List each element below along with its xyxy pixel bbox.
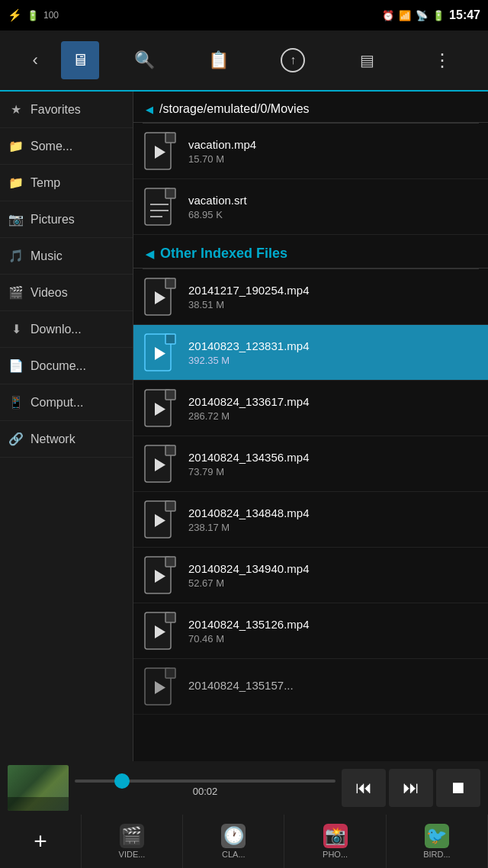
file-size-vacation-srt: 68.95 K	[188, 209, 479, 220]
video-app-icon: 🎬	[120, 824, 144, 848]
sidebar-item-temp[interactable]: 📁 Temp	[0, 165, 133, 201]
file-info-vacation-mp4: vacation.mp4 15.70 M	[188, 138, 479, 165]
time-display: 15:47	[449, 8, 480, 22]
file-item-0[interactable]: 20141217_190254.mp4 38.51 M	[133, 269, 488, 325]
thumbnail-image	[8, 765, 69, 811]
file-item-6[interactable]: 20140824_135126.mp4 70.46 M	[133, 603, 488, 659]
svg-rect-30	[165, 668, 175, 678]
sidebar-item-music[interactable]: 🎵 Music	[0, 238, 133, 275]
file-item-vacation-mp4[interactable]: vacation.mp4 15.70 M	[133, 124, 488, 179]
file-name-vacation-mp4: vacation.mp4	[188, 138, 479, 151]
clock-app-label: CLA...	[222, 850, 246, 859]
file-name-2: 20140824_133617.mp4	[188, 395, 479, 408]
document-icon: 📄	[8, 358, 24, 373]
progress-track[interactable]	[75, 780, 336, 783]
next-icon: ⏭	[403, 778, 419, 798]
search-icon: 🔍	[134, 50, 155, 70]
prev-button[interactable]: ⏮	[342, 769, 386, 807]
file-item-4[interactable]: 20140824_134848.mp4 238.17 M	[133, 492, 488, 548]
clipboard-icon: 📋	[208, 50, 229, 70]
computer-icon: 🖥	[72, 50, 88, 70]
indexed-files-header: ◀ Other Indexed Files	[133, 235, 488, 268]
upload-icon: ↑	[281, 48, 305, 72]
doc-file-icon	[143, 187, 178, 227]
search-button[interactable]: 🔍	[107, 31, 181, 90]
app-bar-bird[interactable]: 🐦 BIRD...	[387, 815, 488, 868]
sidebar-item-network[interactable]: 🔗 Network	[0, 421, 133, 458]
progress-dot[interactable]	[114, 773, 130, 789]
stop-button[interactable]: ⏹	[436, 769, 480, 807]
status-bar: ⚡ 🔋 100 ⏰ 📶 📡 🔋 15:47	[0, 0, 488, 31]
indexed-section-label: Other Indexed Files	[160, 246, 287, 262]
video-file-icon-1	[143, 333, 178, 372]
battery-icon: 🔋	[27, 10, 39, 21]
file-info-4: 20140824_134848.mp4 238.17 M	[188, 506, 479, 533]
sidebar-item-favorites[interactable]: ★ Favorites	[0, 92, 133, 128]
app-bar: + 🎬 VIDE... 🕐 CLA... 📸 PHO... 🐦 BIRD...	[0, 815, 488, 868]
device-icon: 🖥	[61, 41, 99, 79]
list-view-button[interactable]: ▤	[330, 31, 405, 90]
next-button[interactable]: ⏭	[389, 769, 433, 807]
more-icon: ⋮	[433, 50, 451, 71]
sidebar-label-computer: Comput...	[30, 396, 83, 410]
file-size-vacation-mp4: 15.70 M	[188, 153, 479, 165]
video-file-icon-3	[143, 444, 178, 484]
svg-rect-15	[165, 390, 175, 400]
video-file-icon-7	[143, 667, 178, 706]
camera-app-icon: 📸	[323, 824, 348, 848]
file-item-1[interactable]: 20140823_123831.mp4 392.35 M	[133, 325, 488, 381]
network-icon: 🔗	[8, 432, 24, 446]
indexed-triangle: ◀	[146, 248, 154, 260]
sidebar-label-downloads: Downlo...	[30, 323, 82, 336]
file-name-4: 20140824_134848.mp4	[188, 506, 479, 519]
file-item-7[interactable]: 20140824_135157...	[133, 659, 488, 715]
battery-icon-right: 🔋	[432, 10, 445, 21]
sidebar-item-computer[interactable]: 📱 Comput...	[0, 384, 133, 421]
prev-icon: ⏮	[355, 778, 372, 798]
file-size-4: 238.17 M	[188, 522, 479, 533]
file-name-7: 20140824_135157...	[188, 679, 479, 692]
file-info-5: 20140824_134940.mp4 52.67 M	[188, 562, 479, 589]
add-button[interactable]: +	[0, 815, 82, 868]
player-progress[interactable]: 00:02	[75, 780, 336, 797]
video-file-icon-0	[143, 277, 178, 317]
music-icon: 🎵	[8, 249, 24, 263]
file-list: ◀ /storage/emulated/0/Movies vacation.mp…	[133, 92, 488, 761]
upload-button[interactable]: ↑	[255, 31, 330, 90]
file-size-2: 286.72 M	[188, 410, 479, 422]
file-name-5: 20140824_134940.mp4	[188, 562, 479, 575]
app-bar-video[interactable]: 🎬 VIDE...	[82, 815, 183, 868]
alarm-icon: ⏰	[382, 10, 394, 21]
sidebar-item-pictures[interactable]: 📷 Pictures	[0, 201, 133, 238]
status-right: ⏰ 📶 📡 🔋 15:47	[382, 8, 480, 22]
status-left: ⚡ 🔋 100	[8, 8, 59, 22]
back-button[interactable]: ‹	[9, 31, 61, 90]
sidebar-item-downloads[interactable]: ⬇ Downlo...	[0, 311, 133, 348]
bird-app-label: BIRD...	[423, 850, 450, 859]
sidebar-item-videos[interactable]: 🎬 Videos	[0, 275, 133, 311]
app-bar-camera[interactable]: 📸 PHO...	[284, 815, 386, 868]
svg-rect-9	[165, 278, 175, 288]
bird-app-icon: 🐦	[425, 824, 449, 848]
sidebar-label-some: Some...	[30, 140, 72, 153]
more-button[interactable]: ⋮	[404, 31, 479, 90]
file-name-vacation-srt: vacation.srt	[188, 194, 479, 207]
phone-icon: 📱	[8, 395, 24, 410]
sidebar-item-documents[interactable]: 📄 Docume...	[0, 348, 133, 384]
file-item-2[interactable]: 20140824_133617.mp4 286.72 M	[133, 381, 488, 436]
clipboard-button[interactable]: 📋	[181, 31, 256, 90]
file-item-vacation-srt[interactable]: vacation.srt 68.95 K	[133, 179, 488, 235]
file-item-5[interactable]: 20140824_134940.mp4 52.67 M	[133, 548, 488, 603]
app-bar-clock[interactable]: 🕐 CLA...	[183, 815, 284, 868]
file-info-7: 20140824_135157...	[188, 679, 479, 694]
sidebar-item-some[interactable]: 📁 Some...	[0, 128, 133, 165]
sidebar-label-videos: Videos	[30, 286, 68, 300]
stop-icon: ⏹	[450, 778, 467, 798]
back-icon: ‹	[32, 50, 37, 70]
video-file-icon-2	[143, 388, 178, 428]
file-name-6: 20140824_135126.mp4	[188, 618, 479, 631]
download-icon: ⬇	[8, 322, 24, 336]
camera-app-label: PHO...	[323, 850, 348, 859]
file-item-3[interactable]: 20140824_134356.mp4 73.79 M	[133, 436, 488, 492]
svg-rect-27	[165, 612, 175, 622]
